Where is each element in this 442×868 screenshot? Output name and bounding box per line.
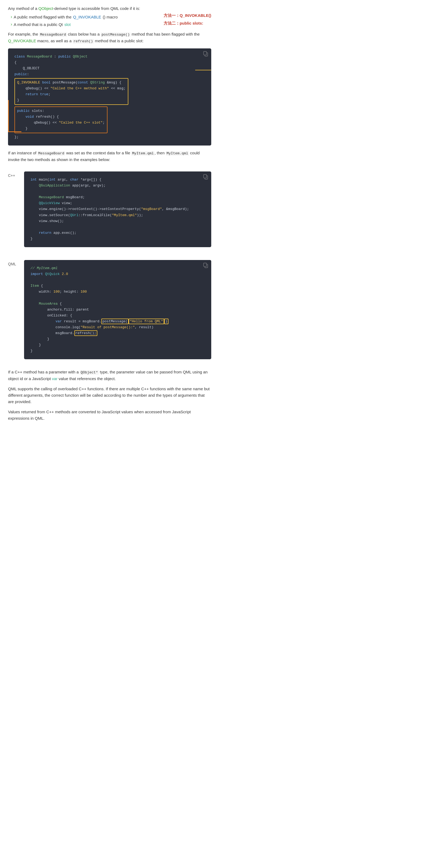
footer-section: If a C++ method has a parameter with a Q… [8,369,211,422]
qml-code-block-wrapper: // MyItem.qml import QtQuick 2.0 Item { … [24,256,211,364]
qml-line-14: } [30,342,205,348]
cpp-line-9 [30,224,205,230]
cpp-line-1: int main(int argc, char *argv[]) { [30,177,205,183]
svg-rect-5 [203,263,207,267]
qml-line-5: width: 100; height: 100 [30,289,205,295]
footer-para3: Values returned from C++ methods are con… [8,409,211,422]
cpp-code-block: int main(int argc, char *argv[]) { QGuiA… [24,172,211,247]
bullet-invokable: A public method flagged with the Q_INVOK… [11,14,156,20]
qml-line-6 [30,295,205,301]
qml-example-section: QML // MyItem.qml import QtQuick 2.0 Ite… [8,256,211,364]
cpp-line-6: view.engine()->rootContext()->setContext… [30,206,205,212]
bullet-slot: A method that is a public Qt slot [11,22,156,28]
cpp-line-4: MessageBoard msgBoard; [30,194,205,200]
messageboard-code-block: class MessageBoard : public QObject { Q_… [8,49,211,146]
messageboard-inline: MessageBoard [39,32,67,37]
q-invokable-link2[interactable]: Q_INVOKABLE [8,38,36,43]
annotation-2: 方法二：public slots: [164,20,211,27]
qml-line-8: anchors.fill: parent [30,307,205,313]
refresh-inline: refresh() [73,39,94,43]
footer-para2: QML supports the calling of overloaded C… [8,386,211,405]
qml-line-9: onClicked: { [30,313,205,318]
annotation-container: A public method flagged with the Q_INVOK… [8,12,211,31]
myitem-inline: MyItem.qml [131,151,155,156]
qml-line-15: } [30,348,205,354]
cpp-line-3 [30,189,205,194]
cpp-code-content: int main(int argc, char *argv[]) { QGuiA… [24,172,211,247]
qobject-link[interactable]: QObject [38,6,53,11]
messageboard-inline2: MessageBoard [37,151,65,156]
slot-link[interactable]: slot [64,22,71,28]
code-line-last: }; [14,134,205,140]
cpp-line-11: } [30,236,205,242]
messageboard-code: class MessageBoard : public QObject { Q_… [8,49,211,146]
qml-line-11: console.log("Result of postMessage():", … [30,324,205,330]
instance-paragraph: If an instance of MessageBoard was set a… [8,150,211,163]
cpp-line-8: view.show(); [30,218,205,224]
code-line-1: class MessageBoard : public QObject [14,54,205,60]
qml-line-10: var result = msgBoard.postMessage("Hello… [30,318,205,324]
intro-paragraph: Any method of a QObject-derived type is … [8,5,211,12]
copy-icon-1[interactable] [203,51,209,56]
qml-label: QML [8,256,24,364]
svg-rect-1 [203,51,207,55]
qml-line-1: // MyItem.qml [30,265,205,271]
cpp-label: C++ [8,167,24,251]
bullet-text2: () macro [103,14,118,20]
method-list: A public method flagged with the Q_INVOK… [11,14,156,28]
bullet-text1: A public method flagged with the [13,14,71,20]
bullets-list: A public method flagged with the Q_INVOK… [8,12,156,31]
qobject-star-inline: QObject* [80,370,99,375]
cpp-example-section: C++ int main(int argc, char *argv[]) { Q… [8,167,211,251]
annotations-right: 方法一：Q_INVOKABLE() 方法二：public slots: [164,12,211,27]
cpp-line-5: QQuickView view; [30,200,205,206]
myitem-inline2: MyItem.qml [166,151,189,156]
qml-code-block: // MyItem.qml import QtQuick 2.0 Item { … [24,260,211,359]
cpp-line-10: return app.exec(); [30,230,205,236]
qml-line-2: import QtQuick 2.0 [30,271,205,277]
postmessage-inline: postMessage() [101,32,130,37]
qml-line-4: Item { [30,283,205,289]
cpp-line-2: QGuiApplication app(argc, argv); [30,183,205,189]
intro-text2: -derived type is accessible from QML cod… [53,6,140,11]
qml-line-12: msgBoard.refresh(); [30,330,205,336]
intro-text1: Any method of a [8,6,38,11]
code-line-4: public: [14,71,205,77]
svg-rect-3 [203,175,207,178]
copy-icon-3[interactable] [203,262,209,268]
q-invokable-link[interactable]: Q_INVOKABLE [73,14,101,20]
yellow-box-block: Q_INVOKABLE bool postMessage(const QStri… [14,78,128,105]
qml-code-content: // MyItem.qml import QtQuick 2.0 Item { … [24,260,211,359]
code-line-2: { [14,60,205,65]
qml-line-3 [30,277,205,283]
example-intro: For example, the MessageBoard class belo… [8,31,211,44]
cpp-line-7: view.setSource(QUrl::fromLocalFile("MyIt… [30,212,205,218]
footer-para1: If a C++ method has a parameter with a Q… [8,369,211,382]
qml-line-7: MouseArea { [30,301,205,307]
var-link[interactable]: var [52,376,58,381]
copy-icon-2[interactable] [203,174,209,180]
qml-line-13: } [30,336,205,342]
annotation-1: 方法一：Q_INVOKABLE() [164,12,211,20]
code-line-3: Q_OBJECT [14,65,205,71]
orange-box-block: public slots: void refresh() { qDebug() … [14,106,107,133]
cpp-code-block-wrapper: int main(int argc, char *argv[]) { QGuiA… [24,167,211,251]
bullet-slot-text: A method that is a public Qt [13,22,63,28]
